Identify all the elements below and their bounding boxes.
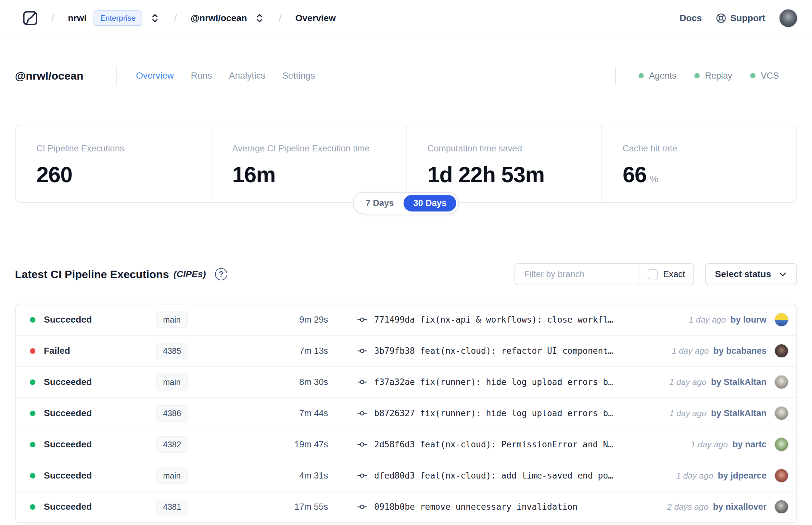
green-dot-icon (694, 73, 700, 78)
cipe-row[interactable]: Failed 4385 7m 13s 3b79fb38 feat(nx-clou… (16, 335, 796, 367)
row-time: 1 day ago (691, 439, 728, 450)
status-dot-icon (30, 379, 35, 385)
commit-text[interactable]: 771499da fix(nx-api & workflows): close … (374, 315, 613, 325)
feature-replay[interactable]: Replay (694, 71, 732, 81)
branch-chip[interactable]: 4381 (156, 499, 188, 515)
stat-unit: % (650, 174, 658, 184)
branch-chip[interactable]: main (156, 312, 188, 328)
branch-chip[interactable]: main (156, 467, 188, 484)
row-avatar[interactable] (774, 406, 788, 420)
workspace-switcher-button[interactable] (254, 12, 265, 25)
row-time: 1 day ago (670, 408, 706, 418)
row-status: Succeeded (44, 408, 92, 418)
branch-chip[interactable]: 4386 (156, 405, 188, 422)
range-7-days[interactable]: 7 Days (356, 195, 403, 211)
commit-text[interactable]: 0918b0be remove unnecessary invalidation (374, 502, 578, 512)
cipe-section-header: Latest CI Pipeline Executions (CIPEs) ? … (0, 260, 812, 288)
meta-cell: 1 day ago by nartc (691, 437, 788, 452)
feature-vcs[interactable]: VCS (750, 71, 779, 81)
commit-text[interactable]: 2d58f6d3 feat(nx-cloud): PermissionError… (374, 439, 613, 449)
feature-agents[interactable]: Agents (639, 71, 676, 81)
row-avatar[interactable] (774, 500, 788, 514)
support-link[interactable]: Support (716, 13, 765, 24)
stat-label: Computation time saved (427, 144, 601, 154)
docs-link[interactable]: Docs (679, 13, 702, 24)
chevron-down-icon (778, 270, 787, 279)
row-duration: 17m 55s (260, 502, 328, 512)
nx-cloud-logo-icon[interactable] (23, 11, 38, 26)
row-author[interactable]: by lourw (731, 315, 767, 325)
tab-runs[interactable]: Runs (191, 71, 212, 81)
cipe-row[interactable]: Succeeded 4386 7m 44s b8726327 fix(runne… (16, 398, 796, 429)
row-duration: 9m 29s (260, 315, 328, 325)
status-cell: Failed (30, 346, 143, 356)
row-status: Failed (44, 346, 70, 356)
row-author[interactable]: by jdpearce (718, 471, 767, 481)
unfold-icon (151, 13, 159, 24)
stat-card-time-saved: Computation time saved 1d 22h 53m (406, 125, 601, 202)
cipe-row[interactable]: Succeeded main 8m 30s f37a32ae fix(runne… (16, 367, 796, 398)
breadcrumb-workspace[interactable]: @nrwl/ocean (191, 13, 247, 24)
branch-filter-input[interactable] (515, 264, 639, 285)
tab-overview[interactable]: Overview (136, 71, 174, 81)
branch-cell: 4385 (156, 343, 260, 359)
row-author[interactable]: by nixallover (713, 502, 767, 512)
status-cell: Succeeded (30, 470, 143, 481)
cipe-filters: Exact Select status (515, 263, 797, 285)
status-select-button[interactable]: Select status (705, 263, 797, 285)
row-author[interactable]: by StalkAltan (711, 408, 767, 418)
git-commit-icon (357, 408, 367, 418)
row-avatar[interactable] (774, 437, 788, 452)
feature-label: Agents (649, 71, 676, 81)
branch-chip[interactable]: 4382 (156, 436, 188, 453)
exact-checkbox[interactable] (648, 269, 658, 280)
commit-text[interactable]: f37a32ae fix(runner): hide log upload er… (374, 377, 613, 387)
user-avatar[interactable] (779, 9, 798, 28)
branch-cell: main (156, 312, 260, 328)
cipe-row[interactable]: Succeeded 4382 19m 47s 2d58f6d3 feat(nx-… (16, 429, 796, 460)
meta-cell: 1 day ago by lourw (689, 313, 788, 327)
branch-chip[interactable]: 4385 (156, 343, 188, 359)
cipe-row[interactable]: Succeeded main 4m 31s dfed80d3 feat(nx-c… (16, 460, 796, 492)
commit-text[interactable]: b8726327 fix(runner): hide log upload er… (374, 408, 613, 418)
row-duration: 8m 30s (260, 377, 328, 387)
row-duration: 4m 31s (260, 471, 328, 481)
branch-chip[interactable]: main (156, 374, 188, 390)
branch-cell: 4382 (156, 436, 260, 453)
org-switcher-button[interactable] (149, 12, 160, 25)
stat-card-cache-hit: Cache hit rate 66% (601, 125, 796, 202)
stats-section: CI Pipeline Executions 260 Average CI Pi… (15, 125, 797, 203)
commit-cell: 3b79fb38 feat(nx-cloud): refactor UI com… (357, 346, 662, 356)
breadcrumb-org[interactable]: nrwl (68, 13, 87, 24)
section-title-suffix: (CIPEs) (173, 269, 206, 280)
row-avatar[interactable] (774, 344, 788, 358)
row-time: 1 day ago (670, 377, 706, 387)
row-avatar[interactable] (774, 313, 788, 327)
exact-toggle[interactable]: Exact (639, 264, 694, 285)
divider (116, 65, 117, 86)
status-cell: Succeeded (30, 377, 143, 387)
row-author[interactable]: by bcabanes (713, 346, 767, 356)
tab-analytics[interactable]: Analytics (229, 71, 265, 81)
range-30-days[interactable]: 30 Days (403, 195, 456, 211)
cipe-row[interactable]: Succeeded main 9m 29s 771499da fix(nx-ap… (16, 304, 796, 335)
row-author[interactable]: by StalkAltan (711, 377, 767, 387)
branch-filter-group: Exact (515, 263, 694, 285)
git-commit-icon (357, 471, 367, 480)
git-commit-icon (357, 377, 367, 387)
row-author[interactable]: by nartc (732, 439, 767, 450)
row-status: Succeeded (44, 501, 92, 512)
cipe-row[interactable]: Succeeded 4381 17m 55s 0918b0be remove u… (16, 492, 796, 523)
commit-cell: 2d58f6d3 feat(nx-cloud): PermissionError… (357, 439, 681, 449)
status-cell: Succeeded (30, 501, 143, 512)
stat-card-avg-time: Average CI Pipeline Execution time 16m (211, 125, 406, 202)
row-time: 2 days ago (667, 502, 708, 512)
row-avatar[interactable] (774, 468, 788, 483)
status-dot-icon (30, 317, 35, 322)
tab-settings[interactable]: Settings (282, 71, 315, 81)
help-icon[interactable]: ? (215, 268, 227, 280)
commit-text[interactable]: dfed80d3 feat(nx-cloud): add time-saved … (374, 471, 613, 480)
date-range-toggle: 7 Days 30 Days (353, 192, 459, 214)
row-avatar[interactable] (774, 375, 788, 389)
commit-text[interactable]: 3b79fb38 feat(nx-cloud): refactor UI com… (374, 346, 613, 356)
